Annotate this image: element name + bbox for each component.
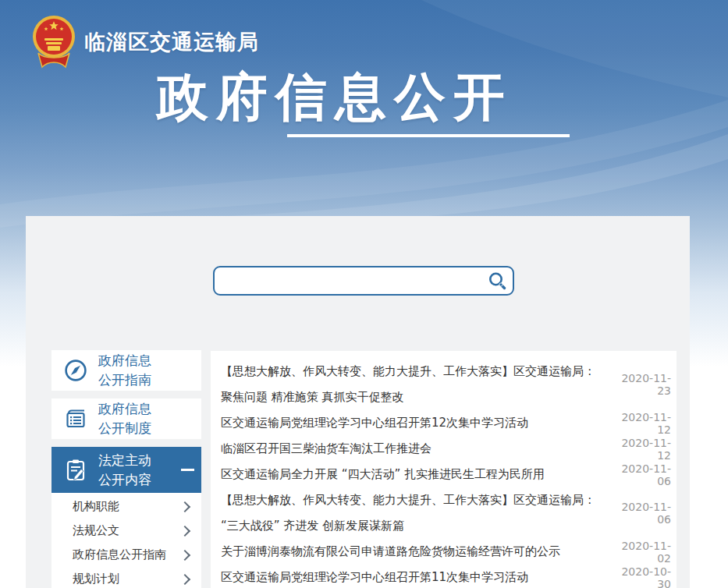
compass-icon	[62, 356, 90, 384]
sidebar: 政府信息 公开指南	[51, 350, 201, 588]
news-row: 临淄区召开国三柴油货车淘汰工作推进会 2020-11-12	[221, 436, 671, 462]
news-date: 2020-11-12	[609, 411, 671, 436]
sidebar-item-label: 公开内容	[98, 470, 151, 490]
news-title-link[interactable]: 关于淄博润泰物流有限公司申请道路危险货物运输经营许可的公示	[221, 539, 609, 565]
sidebar-item-label: 政府信息	[98, 351, 151, 370]
news-date: 2020-10-30	[609, 565, 671, 588]
chevron-right-icon	[179, 501, 190, 512]
news-row: 区交通运输局党组理论学习中心组召开第12次集中学习活动 2020-11-12	[221, 410, 671, 436]
news-row: 区交通运输局党组理论学习中心组召开第11次集中学习活动 2020-10-30	[221, 565, 671, 588]
sidebar-item-statutory-disclosure[interactable]: 法定主动 公开内容	[51, 447, 201, 493]
content-panel: 政府信息 公开指南	[26, 216, 690, 588]
submenu-item-label: 机构职能	[73, 499, 119, 514]
page-banner: 临淄区交通运输局 政府信息公开	[0, 0, 728, 216]
news-title-link[interactable]: 区交通运输局全力开展 “四大活动” 扎实推进民生工程为民所用	[221, 462, 609, 487]
search-area	[213, 266, 514, 296]
china-national-emblem-icon	[31, 12, 76, 72]
chevron-right-icon	[179, 550, 190, 561]
chevron-right-icon	[179, 574, 190, 585]
search-icon	[487, 271, 508, 292]
news-title-link[interactable]: 区交通运输局党组理论学习中心组召开第11次集中学习活动	[221, 565, 609, 588]
news-date: 2020-11-06	[609, 501, 671, 526]
news-date: 2020-11-02	[609, 540, 671, 565]
page: 临淄区交通运输局 政府信息公开	[0, 0, 728, 588]
news-date: 2020-11-12	[609, 437, 671, 462]
news-list: 【思想大解放、作风大转变、能力大提升、工作大落实】区交通运输局：聚焦问题 精准施…	[211, 351, 677, 588]
news-date: 2020-11-23	[609, 372, 671, 397]
search-input[interactable]	[222, 268, 481, 293]
sidebar-item-disclosure-system[interactable]: 政府信息 公开制度	[51, 398, 201, 439]
news-row: 【思想大解放、作风大转变、能力大提升、工作大落实】区交通运输局：聚焦问题 精准施…	[221, 359, 671, 410]
submenu-item-label: 政府信息公开指南	[73, 547, 166, 562]
search-button[interactable]	[481, 267, 513, 294]
chevron-right-icon	[179, 526, 190, 537]
submenu-item-label: 规划计划	[73, 572, 119, 586]
news-title-link[interactable]: 【思想大解放、作风大转变、能力大提升、工作大落实】区交通运输局： “三大战役” …	[221, 487, 609, 539]
news-title-link[interactable]: 区交通运输局党组理论学习中心组召开第12次集中学习活动	[221, 410, 609, 436]
news-row: 【思想大解放、作风大转变、能力大提升、工作大落实】区交通运输局： “三大战役” …	[221, 487, 671, 539]
agency-name: 临淄区交通运输局	[84, 28, 259, 56]
submenu-item-regulations[interactable]: 法规公文	[51, 519, 201, 543]
news-date: 2020-11-06	[609, 462, 671, 487]
sidebar-item-label: 政府信息	[98, 399, 151, 419]
collapse-minus-indicator[interactable]	[181, 469, 194, 471]
news-row: 关于淄博润泰物流有限公司申请道路危险货物运输经营许可的公示 2020-11-02	[221, 539, 671, 565]
submenu-item-disclosure-guide[interactable]: 政府信息公开指南	[51, 543, 201, 567]
page-title: 政府信息公开	[157, 62, 513, 133]
sidebar-item-disclosure-guide[interactable]: 政府信息 公开指南	[51, 350, 201, 391]
submenu-item-label: 法规公文	[73, 523, 119, 538]
title-underline	[287, 134, 570, 137]
sidebar-item-label: 法定主动	[98, 451, 151, 470]
sidebar-item-label: 公开指南	[98, 370, 151, 390]
sidebar-submenu: 机构职能 法规公文 政府信息公开指南 规划计划	[51, 493, 201, 588]
submenu-item-plans[interactable]: 规划计划	[51, 567, 201, 588]
news-title-link[interactable]: 【思想大解放、作风大转变、能力大提升、工作大落实】区交通运输局：聚焦问题 精准施…	[221, 359, 609, 410]
search-box	[213, 266, 514, 296]
clipboard-pencil-icon	[62, 456, 90, 484]
news-title-link[interactable]: 临淄区召开国三柴油货车淘汰工作推进会	[221, 436, 609, 462]
news-row: 区交通运输局全力开展 “四大活动” 扎实推进民生工程为民所用 2020-11-0…	[221, 462, 671, 487]
submenu-item-org-functions[interactable]: 机构职能	[51, 494, 201, 519]
sidebar-item-label: 公开制度	[98, 419, 151, 438]
ledger-icon	[62, 405, 90, 433]
